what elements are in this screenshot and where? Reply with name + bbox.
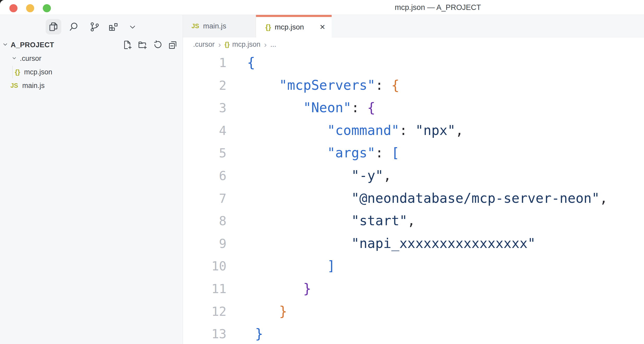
new-folder-icon	[138, 40, 147, 50]
code-text: }	[247, 277, 311, 300]
zoom-window-button[interactable]	[43, 4, 51, 12]
code-area[interactable]: 1{2 "mcpServers": {3 "Neon": {4 "command…	[183, 51, 644, 344]
new-file-button[interactable]	[122, 39, 133, 51]
breadcrumb-file[interactable]: mcp.json	[232, 40, 260, 49]
code-text: "args": [	[247, 142, 399, 164]
collapse-folders-button[interactable]	[167, 39, 178, 51]
line-number: 7	[183, 187, 226, 210]
search-view-button[interactable]	[66, 19, 81, 34]
breadcrumb-folder[interactable]: .cursor	[193, 40, 215, 49]
code-text: "-y",	[247, 164, 391, 187]
explorer-actions	[122, 38, 178, 52]
json-file-icon: {}	[225, 41, 230, 48]
line-number: 10	[183, 255, 226, 277]
code-line[interactable]: 7 "@neondatabase/mcp-server-neon",	[183, 187, 644, 210]
code-line[interactable]: 9 "napi_xxxxxxxxxxxxxxxx"	[183, 232, 644, 255]
js-file-icon: JS	[10, 82, 18, 89]
code-text: ]	[247, 255, 335, 277]
code-line[interactable]: 11 }	[183, 277, 644, 300]
code-line[interactable]: 1{	[183, 51, 644, 74]
explorer-view-button[interactable]	[46, 19, 61, 34]
code-line[interactable]: 3 "Neon": {	[183, 97, 644, 119]
collapse-all-icon	[168, 40, 178, 50]
titlebar: mcp.json — A_PROJECT	[0, 0, 644, 15]
chevron-down-icon	[128, 22, 137, 32]
code-text: "command": "npx",	[247, 119, 463, 142]
line-number: 1	[183, 51, 226, 74]
tab-main-js[interactable]: JS main.js	[183, 15, 256, 37]
chevron-right-icon: ›	[264, 40, 267, 49]
code-text: {	[247, 51, 255, 74]
line-number: 2	[183, 74, 226, 97]
new-folder-button[interactable]	[137, 39, 148, 51]
extensions-view-button[interactable]	[105, 19, 121, 34]
views-dropdown-button[interactable]	[125, 19, 140, 34]
json-file-icon: {}	[15, 68, 20, 76]
refresh-explorer-button[interactable]	[152, 39, 163, 51]
project-root-label: A_PROJECT	[11, 41, 54, 49]
refresh-icon	[153, 40, 163, 50]
code-line[interactable]: 8 "start",	[183, 210, 644, 232]
code-line[interactable]: 10 ]	[183, 255, 644, 277]
code-text: "start",	[247, 210, 415, 232]
search-icon	[68, 22, 79, 32]
code-text: "mcpServers": {	[247, 74, 399, 97]
editor-group: JS main.js {} mcp.json ✕ .cursor › {} mc…	[183, 15, 644, 344]
js-file-icon: JS	[192, 22, 199, 30]
breadcrumb: .cursor › {} mcp.json › ...	[183, 37, 644, 52]
chevron-down-icon	[11, 55, 17, 62]
chevron-right-icon: ›	[218, 40, 221, 49]
window-title: mcp.json — A_PROJECT	[395, 0, 481, 15]
tab-bar: JS main.js {} mcp.json ✕	[183, 15, 644, 37]
tree-item-label: main.js	[22, 82, 45, 90]
code-text: }	[247, 323, 263, 344]
tree-item-mcp-json[interactable]: {} mcp.json	[0, 65, 183, 79]
chevron-down-icon	[2, 41, 8, 49]
code-line[interactable]: 4 "command": "npx",	[183, 119, 644, 142]
line-number: 6	[183, 164, 226, 187]
source-control-icon	[90, 22, 100, 32]
extensions-icon	[108, 22, 118, 32]
code-line[interactable]: 6 "-y",	[183, 164, 644, 187]
minimize-window-button[interactable]	[26, 4, 34, 12]
sidebar: A_PROJECT	[0, 15, 183, 344]
code-line[interactable]: 5 "args": [	[183, 142, 644, 164]
json-file-icon: {}	[265, 23, 271, 31]
close-tab-icon[interactable]: ✕	[319, 24, 325, 31]
new-file-icon	[122, 40, 132, 50]
line-number: 13	[183, 323, 226, 344]
line-number: 12	[183, 300, 226, 323]
tab-label: mcp.json	[275, 23, 304, 31]
editor-window: mcp.json — A_PROJECT	[0, 0, 644, 344]
code-text: "@neondatabase/mcp-server-neon",	[247, 187, 608, 210]
tree-item-cursor-folder[interactable]: .cursor	[0, 52, 183, 65]
code-line[interactable]: 2 "mcpServers": {	[183, 74, 644, 97]
breadcrumb-symbol[interactable]: ...	[270, 40, 276, 49]
line-number: 4	[183, 119, 226, 142]
code-line[interactable]: 12 }	[183, 300, 644, 323]
code-line[interactable]: 13 }	[183, 323, 644, 344]
tab-mcp-json[interactable]: {} mcp.json ✕	[256, 15, 332, 37]
tree-item-main-js[interactable]: JS main.js	[0, 79, 183, 92]
line-number: 8	[183, 210, 226, 232]
indent-guide	[12, 66, 13, 78]
tree-item-label: mcp.json	[24, 68, 52, 76]
code-text: "Neon": {	[247, 97, 375, 119]
line-number: 5	[183, 142, 226, 164]
tab-label: main.js	[203, 22, 226, 30]
code-text: "napi_xxxxxxxxxxxxxxxx"	[247, 232, 535, 255]
tree-item-label: .cursor	[20, 55, 41, 63]
line-number: 11	[183, 277, 226, 300]
traffic-lights	[9, 4, 51, 12]
source-control-icon-button[interactable]	[87, 19, 103, 34]
code-text: }	[247, 300, 287, 323]
line-number: 9	[183, 232, 226, 255]
files-icon	[48, 22, 59, 32]
close-window-button[interactable]	[9, 4, 17, 12]
line-number: 3	[183, 97, 226, 119]
